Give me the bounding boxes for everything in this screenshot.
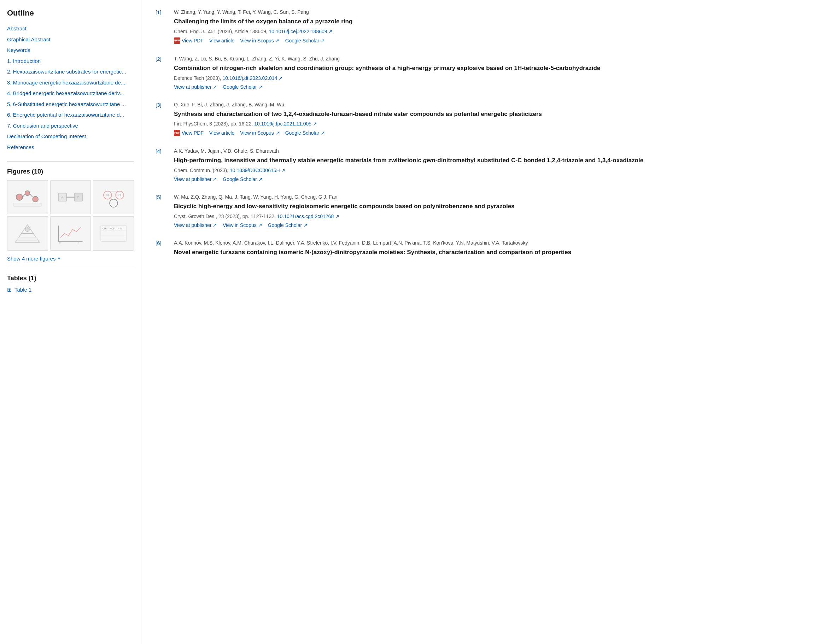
figure-thumb-2[interactable]: A B [50,180,91,214]
svg-text:O: O [118,194,121,197]
outline-title: Outline [7,8,134,18]
ref-link-scholar[interactable]: Google Scholar ↗ [285,38,325,43]
ref-link-pdf[interactable]: PDFView PDF [174,130,204,136]
ref-authors: T. Wang, Z. Lu, S. Bu, B. Kuang, L. Zhan… [174,55,799,63]
ref-number: [4] [155,147,168,182]
svg-text:B: B [77,196,80,199]
ref-title: Challenging the limits of the oxygen bal… [174,17,799,26]
figures-grid: A B N O [7,180,134,251]
ref-doi-link[interactable]: 10.1016/j.cej.2022.138609 ↗ [269,29,333,34]
svg-text:A: A [61,196,64,199]
ref-link-scholar[interactable]: Google Scholar ↗ [268,222,308,228]
ref-doi-link[interactable]: 10.1016/j.dt.2023.02.014 ↗ [223,75,283,81]
svg-text:t: t [78,241,79,244]
outline-item-references[interactable]: References [7,142,134,153]
show-more-label: Show 4 more figures [7,256,56,262]
table-icon: ⊞ [7,286,12,293]
ref-link-label: View in Scopus ↗ [223,222,262,228]
ref-link-publisher[interactable]: View at publisher ↗ [174,222,217,228]
outline-item-section5[interactable]: 5. 6-Substituted energetic hexaazaisowur… [7,99,134,110]
ref-number: [6] [155,239,168,259]
ref-link-article[interactable]: View article [209,38,234,43]
ref-link-label: View article [209,130,234,136]
svg-text:CH₂: CH₂ [102,227,107,230]
outline-item-competing[interactable]: Declaration of Competing Interest [7,131,134,142]
ref-links: PDFView PDFView articleView in Scopus ↗G… [174,37,799,44]
figure-thumb-4[interactable] [7,216,48,250]
sidebar: Outline AbstractGraphical AbstractKeywor… [0,0,141,644]
svg-rect-20 [17,238,37,241]
reference-item: [2]T. Wang, Z. Lu, S. Bu, B. Kuang, L. Z… [155,55,799,90]
ref-link-publisher[interactable]: View at publisher ↗ [174,84,217,90]
ref-body: Q. Xue, F. Bi, J. Zhang, J. Zhang, B. Wa… [174,101,799,136]
figure-thumb-1[interactable] [7,180,48,214]
svg-point-19 [25,228,29,232]
ref-link-article[interactable]: View article [209,130,234,136]
reference-item: [4]A.K. Yadav, M. Jujam, V.D. Ghule, S. … [155,147,799,182]
outline-item-abstract[interactable]: Abstract [7,23,134,34]
pdf-icon: PDF [174,37,180,44]
show-more-figures-button[interactable]: Show 4 more figures ▾ [7,256,60,262]
outline-item-section3[interactable]: 3. Monocage energetic hexaazaisowurtzita… [7,77,134,88]
ref-link-label: Google Scholar ↗ [285,130,325,136]
table-1-label: Table 1 [14,287,31,293]
svg-point-13 [110,199,118,207]
svg-line-3 [23,194,25,197]
outline-item-section2[interactable]: 2. Hexaazaisowurtzitane substrates for e… [7,66,134,77]
ref-link-pdf[interactable]: PDFView PDF [174,37,204,44]
ref-number: [1] [155,8,168,44]
ref-link-label: View at publisher ↗ [174,84,217,90]
ref-journal: Chem. Commun. (2023), 10.1039/D3CC00615H… [174,167,799,174]
table-1-link[interactable]: ⊞ Table 1 [7,286,134,293]
ref-number: [3] [155,101,168,136]
ref-link-label: View PDF [182,38,204,43]
outline-item-section7[interactable]: 7. Conclusion and perspective [7,121,134,132]
chevron-down-icon: ▾ [58,256,60,261]
ref-authors: W. Zhang, Y. Yang, Y. Wang, T. Fei, Y. W… [174,8,799,16]
figure-thumb-6[interactable]: CH₂ NO₂ N-N [93,216,134,250]
figures-title: Figures (10) [7,168,134,175]
main-content: [1]W. Zhang, Y. Yang, Y. Wang, T. Fei, Y… [141,0,813,644]
ref-link-scopus[interactable]: View in Scopus ↗ [240,38,279,43]
ref-link-label: View article [209,38,234,43]
ref-body: A.A. Konnov, M.S. Klenov, A.M. Churakov,… [174,239,799,259]
ref-link-publisher[interactable]: View at publisher ↗ [174,176,217,182]
ref-link-label: View at publisher ↗ [174,176,217,182]
outline-item-intro[interactable]: 1. Introduction [7,56,134,67]
ref-links: View at publisher ↗Google Scholar ↗ [174,84,799,90]
figure-thumb-3[interactable]: N O [93,180,134,214]
ref-link-label: View in Scopus ↗ [240,130,279,136]
ref-link-label: View PDF [182,130,204,136]
reference-item: [5]W. Ma, Z.Q. Zhang, Q. Ma, J. Tang, W.… [155,193,799,228]
ref-links: View at publisher ↗View in Scopus ↗Googl… [174,222,799,228]
ref-number: [2] [155,55,168,90]
ref-link-scholar[interactable]: Google Scholar ↗ [223,84,262,90]
figures-section: Figures (10) A B [7,168,134,262]
svg-point-2 [33,196,38,202]
outline-item-graphical-abstract[interactable]: Graphical Abstract [7,34,134,45]
ref-links: PDFView PDFView articleView in Scopus ↗G… [174,130,799,136]
ref-link-scholar[interactable]: Google Scholar ↗ [285,130,325,136]
ref-link-label: View at publisher ↗ [174,222,217,228]
outline-item-section6[interactable]: 6. Energetic potential of hexaazaisowurt… [7,110,134,121]
outline-item-keywords[interactable]: Keywords [7,45,134,56]
ref-link-scopus[interactable]: View in Scopus ↗ [223,222,262,228]
ref-title: Novel energetic furazans containing isom… [174,248,799,257]
outline-nav: AbstractGraphical AbstractKeywords1. Int… [7,23,134,153]
ref-journal: FirePhysChem, 3 (2023), pp. 16-22, 10.10… [174,120,799,127]
ref-link-scopus[interactable]: View in Scopus ↗ [240,130,279,136]
ref-title: Combination of nitrogen-rich skeleton an… [174,64,799,72]
ref-doi-link[interactable]: 10.1021/acs.cgd.2c01268 ↗ [277,213,339,219]
ref-authors: A.A. Konnov, M.S. Klenov, A.M. Churakov,… [174,239,799,247]
svg-text:N: N [106,194,109,197]
ref-link-scholar[interactable]: Google Scholar ↗ [223,176,262,182]
figure-thumb-5[interactable]: 0 t [50,216,91,250]
ref-link-label: View in Scopus ↗ [240,38,279,43]
ref-body: W. Ma, Z.Q. Zhang, Q. Ma, J. Tang, W. Ya… [174,193,799,228]
ref-doi-link[interactable]: 10.1039/D3CC00615H ↗ [230,167,285,173]
ref-doi-link[interactable]: 10.1016/j.fpc.2021.11.005 ↗ [254,121,317,127]
svg-point-1 [25,191,30,196]
svg-rect-5 [14,203,42,206]
outline-item-section4[interactable]: 4. Bridged energetic hexaazaisowurtzitan… [7,88,134,99]
ref-title: Synthesis and characterization of two 1,… [174,110,799,118]
